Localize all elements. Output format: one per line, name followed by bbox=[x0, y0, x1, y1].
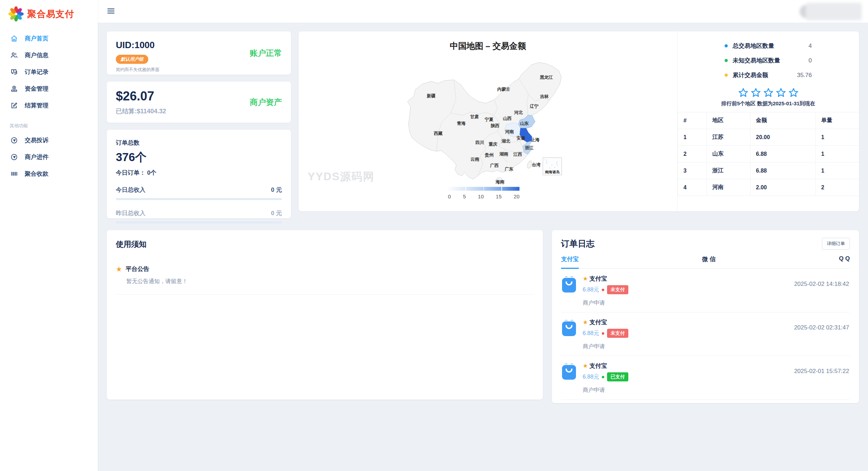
sidebar-item-aggregate-collection[interactable]: 聚合收款 bbox=[0, 165, 98, 182]
rank-col-header: 金额 bbox=[750, 112, 815, 129]
entry-timestamp: 2025-02-01 15:57:22 bbox=[794, 368, 849, 375]
tab-alipay[interactable]: 支付宝 bbox=[561, 255, 579, 269]
china-map-chart[interactable]: 黑龙江 吉林 辽宁 内蒙古 新疆 河北 山西 山东 甘肃 宁夏 陕西 青海 河南… bbox=[299, 31, 677, 211]
announcement-title: 平台公告 bbox=[126, 265, 149, 273]
entry-amount: 6.88元 bbox=[583, 330, 599, 337]
detail-orders-button[interactable]: 详细订单 bbox=[822, 238, 850, 250]
legend-gradient-bar bbox=[448, 187, 519, 191]
rank-count: 1 bbox=[815, 146, 859, 162]
province-label: 广东 bbox=[504, 166, 514, 172]
asset-label: 商户资产 bbox=[250, 97, 282, 108]
sidebar: 聚合易支付 商户首页 商户信息 订单记录 资金管理 bbox=[0, 0, 98, 471]
rank-col-header: # bbox=[678, 112, 707, 129]
legend-tick: 10 bbox=[478, 193, 484, 199]
order-log-entry[interactable]: ★支付宝 6.88元 未支付 商户申请 2025-02-02 02:31:47 bbox=[561, 312, 850, 356]
menu-toggle-icon[interactable] bbox=[107, 8, 114, 15]
star-icon: ★ bbox=[583, 363, 588, 369]
tab-qq[interactable]: Q Q bbox=[839, 255, 850, 268]
user-group-badge: 默认用户组 bbox=[116, 55, 148, 64]
shopping-bag-icon bbox=[561, 276, 577, 293]
orders-total-label: 订单总数 bbox=[116, 139, 282, 147]
sidebar-item-merchant-onboarding[interactable]: 商户进件 bbox=[0, 149, 98, 165]
sidebar-section-label: 其他功能 bbox=[0, 114, 98, 132]
account-card: UID:1000 默认用户组 简约而不失优雅的界面 账户正常 bbox=[107, 31, 291, 75]
rank-amount: 6.88 bbox=[750, 162, 815, 179]
province-label: 宁夏 bbox=[485, 117, 494, 122]
star-outline-icon bbox=[738, 88, 748, 98]
province-label: 浙江 bbox=[525, 145, 534, 150]
rank-index: 1 bbox=[678, 129, 707, 146]
income-progress-bar bbox=[116, 221, 282, 223]
globe-send-icon bbox=[10, 137, 18, 144]
order-log-card: 订单日志 详细订单 支付宝 微 信 Q Q ★支付宝 6.88元 bbox=[552, 230, 859, 403]
flower-logo-icon bbox=[8, 6, 24, 22]
province-label: 河北 bbox=[514, 110, 523, 115]
shopping-bag-icon bbox=[561, 319, 577, 337]
user-account-chip-blurred[interactable] bbox=[800, 3, 862, 20]
entry-amount: 6.88元 bbox=[583, 373, 599, 381]
table-row: 4 河南 2.00 2 bbox=[678, 179, 859, 196]
sidebar-item-merchant-home[interactable]: 商户首页 bbox=[0, 30, 98, 47]
province-label: 海南 bbox=[495, 180, 505, 184]
income-row-yesterday: 昨日总收入 0 元 bbox=[116, 209, 282, 223]
province-label: 安徽 bbox=[517, 136, 526, 140]
sidebar-menu: 商户首页 商户信息 订单记录 资金管理 结算管理 其他功能 bbox=[0, 30, 98, 182]
order-log-entry[interactable]: ★支付宝 6.88元 已支付 商户申请 2025-02-01 15:57:22 bbox=[561, 356, 850, 400]
sidebar-item-label: 结算管理 bbox=[25, 101, 48, 109]
order-log-entry[interactable]: ★支付宝 20.00元 已支付 芒果授权系统在线充值 2025-01-31 22… bbox=[561, 400, 850, 403]
star-outline-icon bbox=[751, 88, 761, 98]
star-icon: ★ bbox=[116, 266, 122, 273]
metric-total-regions: 总交易地区数量 4 bbox=[725, 42, 812, 50]
status-dot-icon bbox=[602, 376, 604, 378]
ranking-note: 排行前5个地区 数据为2025-01-31到现在 bbox=[678, 100, 859, 107]
province-label: 江西 bbox=[513, 152, 523, 157]
sidebar-item-merchant-info[interactable]: 商户信息 bbox=[0, 47, 98, 63]
region-stats-pane: 总交易地区数量 4 未知交易地区数量 0 累计交易金额 35.76 bbox=[677, 31, 859, 211]
sidebar-item-settlement[interactable]: 结算管理 bbox=[0, 97, 98, 114]
metric-dot-icon bbox=[725, 59, 728, 62]
star-outline-icon bbox=[763, 88, 773, 98]
star-outline-icon bbox=[788, 88, 799, 98]
sidebar-item-funds-management[interactable]: 资金管理 bbox=[0, 80, 98, 97]
entry-channel: 支付宝 bbox=[589, 362, 607, 370]
orders-today-value: 0个 bbox=[147, 169, 156, 176]
province-label: 山西 bbox=[503, 116, 512, 121]
funds-icon bbox=[10, 85, 18, 92]
province-label: 青海 bbox=[457, 121, 466, 126]
entry-channel: 支付宝 bbox=[589, 318, 607, 326]
tab-wechat[interactable]: 微 信 bbox=[702, 255, 716, 268]
china-outline bbox=[407, 62, 561, 179]
metric-unknown-regions: 未知交易地区数量 0 bbox=[725, 56, 812, 64]
rank-index: 4 bbox=[678, 179, 707, 196]
province-label: 吉林 bbox=[540, 94, 549, 99]
rank-region: 山东 bbox=[707, 146, 750, 162]
order-log-entry[interactable]: ★支付宝 6.88元 未支付 商户申请 2025-02-02 14:18:42 bbox=[561, 269, 850, 312]
status-badge: 已支付 bbox=[607, 372, 628, 381]
sidebar-item-label: 商户进件 bbox=[25, 153, 48, 161]
metric-dot-icon bbox=[725, 74, 728, 77]
province-label: 贵州 bbox=[485, 153, 494, 158]
asset-card: $26.07 已结算:$11404.32 商户资产 bbox=[107, 82, 291, 123]
entry-description: 商户申请 bbox=[583, 299, 850, 307]
settled-value: 已结算:$11404.32 bbox=[116, 107, 282, 115]
province-label: 新疆 bbox=[427, 93, 436, 98]
province-label: 湖南 bbox=[499, 152, 509, 157]
account-subtitle: 简约而不失优雅的界面 bbox=[116, 67, 282, 73]
province-label: 内蒙古 bbox=[497, 87, 510, 92]
rank-region: 江苏 bbox=[707, 129, 750, 146]
rank-index: 2 bbox=[678, 146, 707, 162]
status-dot-icon bbox=[602, 289, 604, 291]
sidebar-item-order-records[interactable]: 订单记录 bbox=[0, 63, 98, 80]
rank-region: 河南 bbox=[707, 179, 750, 196]
sidebar-item-label: 商户信息 bbox=[25, 51, 48, 59]
province-label: 广西 bbox=[490, 163, 499, 168]
entry-description: 商户申请 bbox=[583, 387, 850, 394]
topbar bbox=[98, 0, 868, 23]
app-logo: 聚合易支付 bbox=[0, 0, 98, 23]
province-label: 辽宁 bbox=[530, 104, 539, 109]
watermark-text: YYDS源码网 bbox=[308, 169, 374, 184]
sidebar-item-trade-complaint[interactable]: 交易投诉 bbox=[0, 132, 98, 149]
rank-region: 浙江 bbox=[707, 162, 750, 179]
divider bbox=[116, 294, 534, 295]
legend-tick: 5 bbox=[463, 193, 466, 199]
